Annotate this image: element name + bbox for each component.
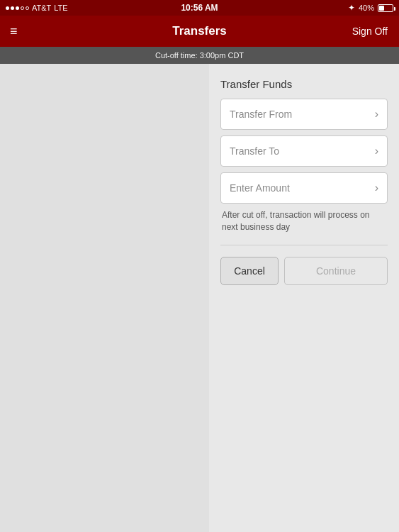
transfer-to-chevron: › [375,145,378,157]
cutoff-banner: Cut-off time: 3:00pm CDT [0,47,399,64]
network-type-label: LTE [54,4,67,12]
carrier-label: AT&T [32,4,51,12]
transfer-from-label: Transfer From [230,109,292,120]
bluetooth-icon: ✦ [348,3,355,13]
status-left: AT&T LTE [6,4,68,12]
cancel-button[interactable]: Cancel [220,257,279,285]
signal-dot-2 [11,6,14,10]
signal-dot-3 [16,6,19,10]
transfer-from-field[interactable]: Transfer From › [220,99,388,130]
nav-bar-inner: ≡ Transfers Sign Off [7,21,392,42]
signal-dot-5 [26,6,29,10]
signal-dots [6,6,29,10]
transfer-to-field[interactable]: Transfer To › [220,135,388,167]
time-label: 10:56 AM [181,3,218,13]
sidebar [0,64,209,532]
nav-bar: ≡ Transfers Sign Off [0,16,399,47]
section-title: Transfer Funds [220,78,388,90]
transfer-to-label: Transfer To [230,145,279,157]
cutoff-note: After cut off, transaction will process … [220,209,388,233]
page-title: Transfers [172,24,227,38]
divider [220,245,388,245]
main-content: Transfer Funds Transfer From › Transfer … [0,64,399,532]
signal-dot-1 [6,6,9,10]
menu-icon[interactable]: ≡ [7,21,21,42]
enter-amount-label: Enter Amount [230,182,290,194]
cutoff-text: Cut-off time: 3:00pm CDT [155,51,244,60]
status-bar: AT&T LTE 10:56 AM ✦ 40% [0,0,399,16]
enter-amount-chevron: › [375,182,378,194]
battery-icon [378,4,393,12]
sign-off-button[interactable]: Sign Off [348,23,392,40]
battery-fill [379,6,384,11]
battery-percent-label: 40% [359,4,374,12]
status-right: ✦ 40% [348,3,393,13]
transfer-from-chevron: › [375,108,378,121]
signal-dot-4 [21,6,24,10]
continue-button[interactable]: Continue [284,257,388,285]
enter-amount-field[interactable]: Enter Amount › [220,172,388,204]
form-panel: Transfer Funds Transfer From › Transfer … [209,64,399,532]
button-row: Cancel Continue [220,257,388,285]
